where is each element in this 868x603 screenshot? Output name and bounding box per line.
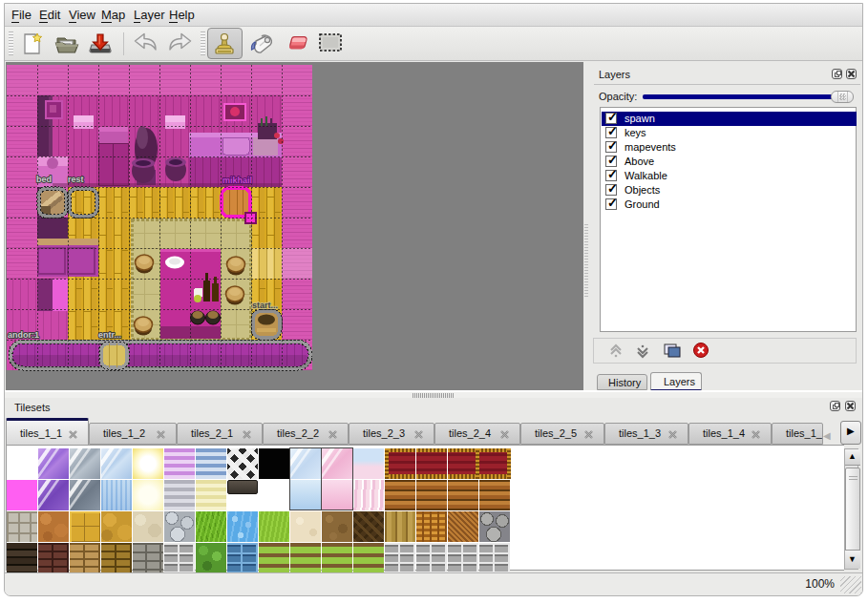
svg-text:andor:1: andor:1 xyxy=(8,330,39,340)
svg-text:mikhail: mikhail xyxy=(222,176,252,185)
svg-text:rest: rest xyxy=(68,175,84,184)
svg-text:start...: start... xyxy=(252,301,278,310)
svg-text:bed: bed xyxy=(36,175,52,184)
svg-text:entr...: entr... xyxy=(98,330,121,340)
